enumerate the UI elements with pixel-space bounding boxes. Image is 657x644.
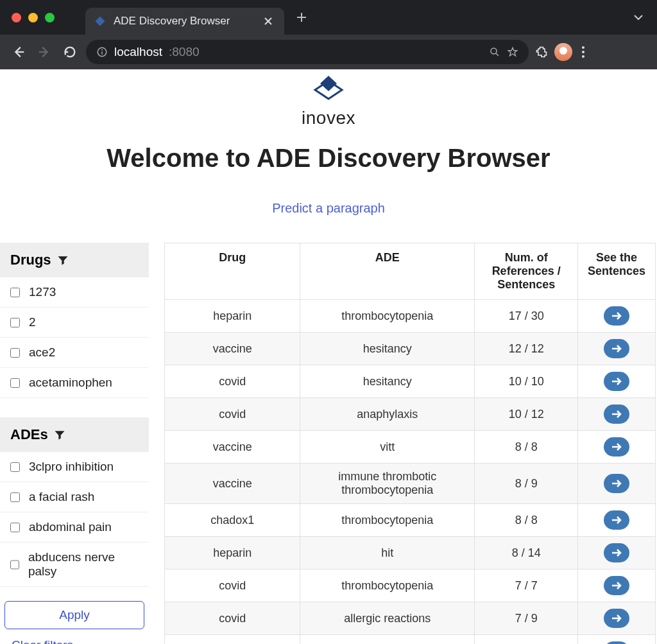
filter-icon [53,428,66,441]
drug-checkbox[interactable] [10,378,20,388]
cell-see [578,570,656,602]
cell-num: 8 / 8 [475,431,578,464]
ade-label: abdominal pain [29,520,112,534]
cell-ade: hit [300,537,475,570]
see-sentences-button[interactable] [604,576,629,595]
url-port: :8080 [169,45,200,59]
browser-toolbar: localhost:8080 [0,35,657,69]
ades-filter-list: 3clpro inhibition a facial rash abdomina… [0,452,149,587]
cell-ade: thrombocytopenia [300,300,475,333]
address-bar[interactable]: localhost:8080 [86,40,529,64]
cell-num: 8 / 14 [475,537,578,570]
window-minimize-button[interactable] [28,13,38,22]
cell-ade: hesitancy [300,333,475,365]
drug-label: ace2 [29,345,55,360]
table-row: vaccinehesitancy12 / 12 [165,333,656,365]
tab-close-button[interactable] [264,17,275,26]
ade-checkbox[interactable] [10,462,20,472]
drug-filter-item[interactable]: 2 [0,308,149,338]
cell-ade: thrombocytopenia [300,570,475,602]
ade-filter-item[interactable]: 3clpro inhibition [0,452,149,482]
predict-paragraph-link[interactable]: Predict a paragraph [0,201,657,216]
svg-point-10 [491,48,497,54]
filter-icon [56,254,69,266]
page-title: Welcome to ADE Discovery Browser [0,144,657,173]
logo: inovex [0,69,657,128]
url-host: localhost [114,45,162,59]
cell-num: 10 / 10 [475,365,578,398]
window-controls [0,13,66,22]
table-header-row: Drug ADE Num. of References / Sentences … [165,243,656,300]
new-tab-button[interactable] [296,12,307,23]
drugs-filter-list: 1273 2 ace2 acetaminophen [0,277,149,398]
see-sentences-button[interactable] [604,641,629,644]
cell-num: 7 / 9 [475,602,578,635]
drugs-filter-label: Drugs [10,252,51,268]
drug-checkbox[interactable] [10,318,20,327]
profile-avatar[interactable] [554,43,572,61]
window-maximize-button[interactable] [45,13,55,22]
see-sentences-button[interactable] [604,543,629,562]
ade-filter-item[interactable]: abducens nerve palsy [0,543,149,587]
drug-checkbox[interactable] [10,288,20,297]
see-sentences-button[interactable] [604,474,629,493]
ade-checkbox[interactable] [10,492,20,502]
cell-see [578,365,656,398]
zoom-icon[interactable] [489,46,500,58]
drug-label: 2 [29,315,36,329]
table-row: covidvaccine hesitancy7 / 9 [165,635,656,645]
drug-checkbox[interactable] [10,348,20,358]
cell-see [578,504,656,537]
see-sentences-button[interactable] [604,339,629,358]
ade-label: a facial rash [29,490,94,504]
col-header-drug: Drug [165,243,300,300]
site-info-icon[interactable] [96,46,108,58]
see-sentences-button[interactable] [604,405,629,424]
svg-point-9 [101,49,103,51]
apply-filters-button[interactable]: Apply [4,601,144,629]
nav-forward-button[interactable] [35,42,54,62]
tab-list-dropdown[interactable] [633,12,644,23]
see-sentences-button[interactable] [604,372,629,391]
cell-drug: chadox1 [165,504,300,537]
nav-reload-button[interactable] [60,42,80,62]
table-row: covidallergic reactions7 / 9 [165,602,656,635]
cell-ade: anaphylaxis [300,398,475,431]
drug-filter-item[interactable]: ace2 [0,338,149,368]
ade-filter-item[interactable]: abdominal pain [0,512,149,543]
bookmark-star-icon[interactable] [507,46,518,58]
browser-tab[interactable]: ADE Discovery Browser [85,8,284,35]
filters-sidebar: Drugs 1273 2 ace2 acetaminophen ADEs 3cl… [0,243,149,644]
see-sentences-button[interactable] [604,609,629,628]
see-sentences-button[interactable] [604,437,629,457]
ade-checkbox[interactable] [10,560,19,570]
cell-num: 8 / 8 [475,504,578,537]
ades-filter-label: ADEs [10,426,48,443]
drug-label: 1273 [29,285,56,299]
window-close-button[interactable] [12,13,21,22]
cell-see [578,602,656,635]
browser-menu-button[interactable] [579,46,588,58]
extensions-icon[interactable] [535,46,548,58]
ade-label: 3clpro inhibition [29,460,114,474]
tab-favicon [94,15,106,27]
results-table: Drug ADE Num. of References / Sentences … [164,243,656,644]
cell-ade: thrombocytopenia [300,504,475,537]
ade-checkbox[interactable] [10,523,20,532]
cell-ade: immune thrombotic thrombocytopenia [300,464,475,504]
ade-filter-item[interactable]: a facial rash [0,482,149,512]
table-row: heparinhit8 / 14 [165,537,656,570]
see-sentences-button[interactable] [604,510,629,530]
logo-icon [311,74,346,105]
drug-filter-item[interactable]: acetaminophen [0,368,149,398]
cell-see [578,537,656,570]
nav-back-button[interactable] [9,42,28,62]
cell-see [578,333,656,365]
clear-filters-link[interactable]: Clear filters [12,638,149,644]
drug-filter-item[interactable]: 1273 [0,277,149,308]
svg-line-11 [496,53,499,56]
table-row: heparinthrombocytopenia17 / 30 [165,300,656,333]
col-header-num: Num. of References / Sentences [475,243,578,300]
cell-see [578,300,656,333]
see-sentences-button[interactable] [604,306,629,326]
